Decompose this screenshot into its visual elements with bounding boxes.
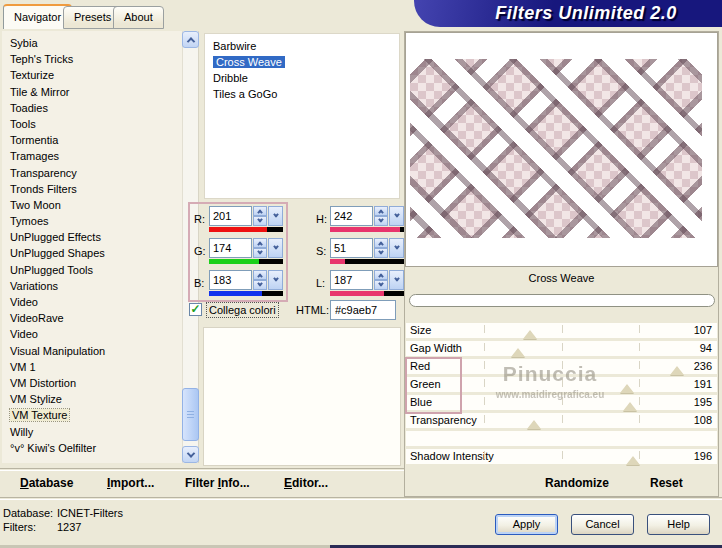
saturation-field[interactable] [330,238,373,258]
category-item[interactable]: UnPlugged Effects [2,229,182,245]
spin-down-icon[interactable] [253,280,267,290]
hue-field[interactable] [330,206,373,226]
red-spinner[interactable] [253,206,267,226]
red-label: R: [194,209,210,229]
lightness-field[interactable] [330,270,373,290]
category-item[interactable]: Transparency [2,165,182,181]
category-item-selected[interactable]: VM Texture [2,407,182,423]
status-filters-value: 1237 [57,520,81,534]
spin-down-icon[interactable] [253,248,267,258]
slider-thumb-icon[interactable] [623,402,637,411]
category-item[interactable]: VM Distortion [2,375,182,391]
slider-row-shadow-intensity[interactable]: Shadow Intensity 196 [406,449,717,464]
category-item[interactable]: Tools [2,116,182,132]
scroll-up-button[interactable] [182,31,199,48]
saturation-dropdown-button[interactable] [389,238,404,258]
category-item[interactable]: Tramages [2,148,182,164]
help-button[interactable]: Help [647,514,710,535]
menu-editor[interactable]: Editor... [284,473,328,493]
apply-button[interactable]: Apply [495,514,558,535]
scrollbar-thumb[interactable] [182,388,199,441]
blue-value-bar [209,291,283,296]
blue-spinner[interactable] [253,270,267,290]
category-item[interactable]: Visual Manipulation [2,343,182,359]
saturation-spinner[interactable] [374,238,388,258]
slider-thumb-icon[interactable] [527,420,541,429]
filter-item[interactable]: Barbwire [205,38,399,54]
red-dropdown-button[interactable] [268,206,283,226]
spin-up-icon[interactable] [374,270,388,280]
category-item[interactable]: Video [2,326,182,342]
green-field[interactable] [209,238,252,258]
menu-filter-info[interactable]: Filter Info... [185,473,250,493]
green-dropdown-button[interactable] [268,238,283,258]
slider-thumb-icon[interactable] [511,348,525,357]
link-colors-label: Collega colori [206,302,279,318]
category-item[interactable]: Variations [2,278,182,294]
scroll-down-button[interactable] [182,446,199,463]
filter-item[interactable]: Tiles a GoGo [205,86,399,102]
spin-up-icon[interactable] [253,206,267,216]
slider-value: 195 [694,396,712,408]
red-field[interactable] [209,206,252,226]
randomize-button[interactable]: Randomize [545,473,609,493]
tab-about[interactable]: About [113,6,164,29]
spin-up-icon[interactable] [253,238,267,248]
category-item[interactable]: VM 1 [2,359,182,375]
tick [484,451,485,459]
category-item[interactable]: Tymoes [2,213,182,229]
tick [639,325,640,333]
blue-dropdown-button[interactable] [268,270,283,290]
category-item[interactable]: Video [2,294,182,310]
category-item[interactable]: Sybia [2,35,182,51]
category-item[interactable]: UnPlugged Tools [2,262,182,278]
menu-database[interactable]: Database [20,473,73,493]
filter-item[interactable]: Dribble [205,70,399,86]
category-item[interactable]: VideoRave [2,310,182,326]
category-item[interactable]: Texturize [2,67,182,83]
category-item[interactable]: Willy [2,424,182,440]
html-color-field[interactable] [330,300,396,320]
category-item[interactable]: Tormentia [2,132,182,148]
hue-dropdown-button[interactable] [389,206,404,226]
category-item[interactable]: Toadies [2,100,182,116]
tick [484,325,485,333]
category-item[interactable]: Tronds Filters [2,181,182,197]
spin-down-icon[interactable] [374,248,388,258]
slider-thumb-icon[interactable] [626,456,640,465]
tab-navigator[interactable]: Navigator [3,4,72,29]
app-title: Filters Unlimited 2.0 [495,3,677,23]
slider-row-size[interactable]: Size 107 [406,323,717,338]
spin-down-icon[interactable] [374,280,388,290]
link-colors-checkbox[interactable]: ✓ [189,303,202,316]
reset-button[interactable]: Reset [650,473,683,493]
category-item[interactable]: UnPlugged Shapes [2,245,182,261]
slider-row-transparency[interactable]: Transparency 108 [406,413,717,428]
filter-list[interactable]: Barbwire Cross Weave Dribble Tiles a GoG… [204,33,400,199]
slider-thumb-icon[interactable] [670,366,684,375]
lightness-spinner[interactable] [374,270,388,290]
spin-down-icon[interactable] [374,216,388,226]
category-item[interactable]: Two Moon [2,197,182,213]
green-spinner[interactable] [253,238,267,258]
menu-import[interactable]: Import... [107,473,154,493]
blue-field[interactable] [209,270,252,290]
tick [562,325,563,333]
spin-up-icon[interactable] [253,270,267,280]
slider-row-gap-width[interactable]: Gap Width 94 [406,341,717,356]
lightness-dropdown-button[interactable] [389,270,404,290]
cancel-button[interactable]: Cancel [571,514,634,535]
spin-up-icon[interactable] [374,238,388,248]
spin-down-icon[interactable] [253,216,267,226]
slider-thumb-icon[interactable] [523,330,537,339]
category-list[interactable]: Sybia Teph's Tricks Texturize Tile & Mir… [2,31,182,463]
lightness-value-bar [330,291,404,296]
category-item[interactable]: VM Stylize [2,391,182,407]
saturation-value-bar [330,259,404,264]
hue-spinner[interactable] [374,206,388,226]
category-item[interactable]: Tile & Mirror [2,84,182,100]
category-item[interactable]: °v° Kiwi's Oelfilter [2,440,182,456]
spin-up-icon[interactable] [374,206,388,216]
filter-item-selected[interactable]: Cross Weave [205,54,399,70]
category-item[interactable]: Teph's Tricks [2,51,182,67]
